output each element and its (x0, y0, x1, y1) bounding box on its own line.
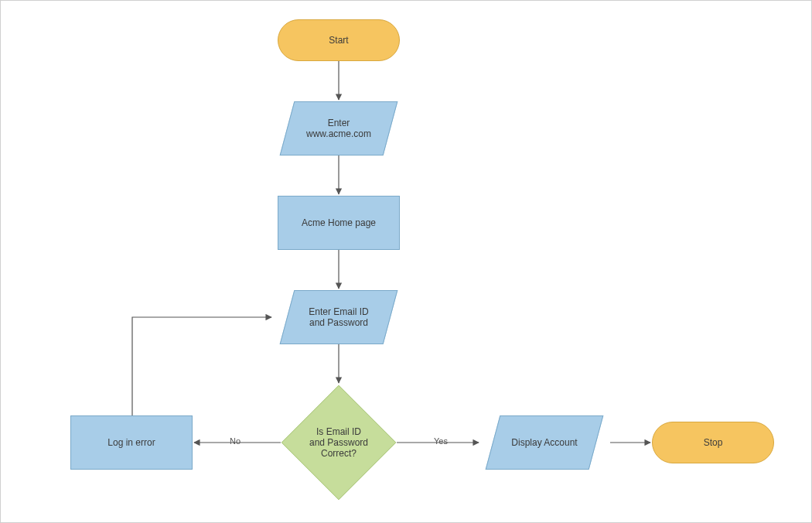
edge-label-yes: Yes (432, 436, 449, 446)
node-start-label: Start (329, 35, 348, 46)
node-start: Start (278, 19, 400, 61)
node-display-account: Display Account (493, 415, 596, 470)
node-enter-url: Enter www.acme.com (287, 101, 391, 156)
flowchart-canvas: Start Enter www.acme.com Acme Home page … (0, 0, 812, 523)
edge-label-no: No (228, 436, 242, 446)
node-login-error: Log in error (70, 415, 193, 470)
node-enter-url-label: Enter www.acme.com (306, 118, 371, 139)
node-enter-creds: Enter Email ID and Password (287, 290, 391, 344)
edge-error-to-creds (132, 317, 271, 415)
node-login-error-label: Log in error (107, 437, 155, 448)
node-decision: Is Email ID and Password Correct? (281, 385, 397, 501)
node-enter-creds-label: Enter Email ID and Password (309, 306, 368, 328)
node-home-page: Acme Home page (278, 196, 400, 250)
node-display-account-label: Display Account (511, 437, 577, 448)
node-stop: Stop (652, 422, 774, 463)
node-home-page-label: Acme Home page (302, 217, 376, 228)
node-decision-label: Is Email ID and Password Correct? (309, 426, 368, 459)
node-stop-label: Stop (704, 437, 723, 448)
